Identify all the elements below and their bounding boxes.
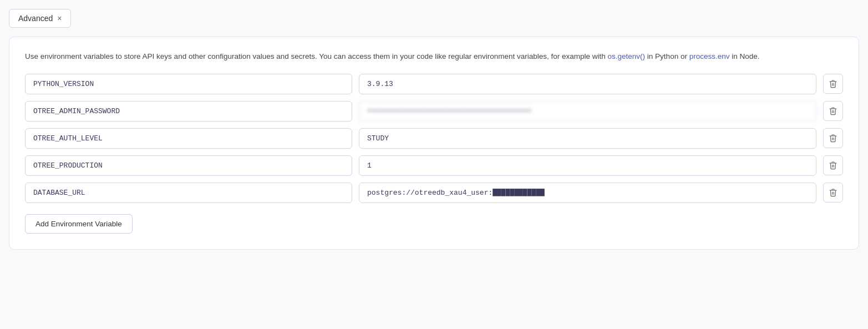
desc-text-middle: in Python or xyxy=(645,52,689,60)
env-vars-card: Use environment variables to store API k… xyxy=(9,37,859,250)
env-value-input[interactable] xyxy=(359,128,816,149)
env-value-input[interactable] xyxy=(359,101,816,122)
table-row xyxy=(25,74,843,94)
delete-env-var-button[interactable] xyxy=(823,74,843,94)
env-vars-list xyxy=(25,74,843,203)
env-value-input[interactable] xyxy=(359,155,816,176)
table-row xyxy=(25,155,843,176)
advanced-tab[interactable]: Advanced × xyxy=(9,9,71,28)
tab-label: Advanced xyxy=(18,14,53,23)
os-getenv-link[interactable]: os.getenv() xyxy=(608,52,646,60)
process-env-link[interactable]: process.env xyxy=(689,52,730,60)
tab-close-icon[interactable]: × xyxy=(57,14,62,22)
table-row xyxy=(25,128,843,149)
delete-env-var-button[interactable] xyxy=(823,101,843,121)
add-env-var-button[interactable]: Add Environment Variable xyxy=(25,214,133,234)
env-key-input[interactable] xyxy=(25,74,352,94)
env-key-input[interactable] xyxy=(25,183,352,203)
env-value-input[interactable] xyxy=(359,74,816,94)
env-key-input[interactable] xyxy=(25,128,352,149)
description-text: Use environment variables to store API k… xyxy=(25,50,843,63)
table-row xyxy=(25,101,843,122)
desc-text-after: in Node. xyxy=(729,52,759,60)
table-row xyxy=(25,183,843,203)
delete-env-var-button[interactable] xyxy=(823,183,843,203)
delete-env-var-button[interactable] xyxy=(823,155,843,175)
env-key-input[interactable] xyxy=(25,101,352,122)
env-value-input[interactable] xyxy=(359,183,816,203)
desc-text-before: Use environment variables to store API k… xyxy=(25,52,608,60)
delete-env-var-button[interactable] xyxy=(823,128,843,148)
env-key-input[interactable] xyxy=(25,155,352,176)
